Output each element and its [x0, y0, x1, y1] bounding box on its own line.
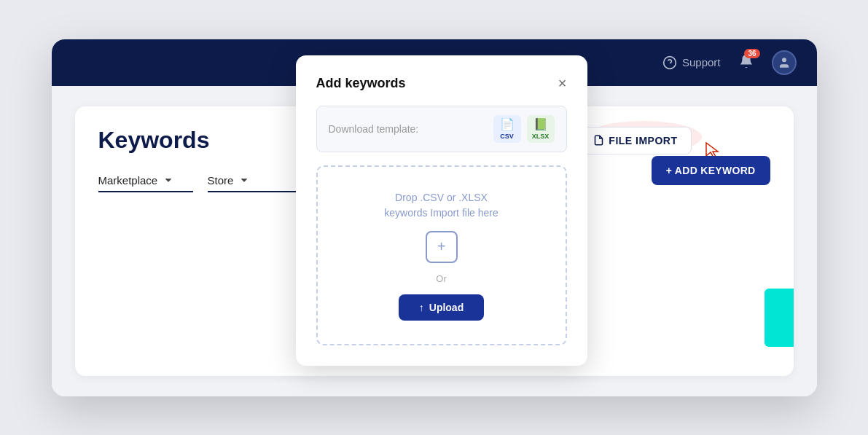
store-dropdown[interactable]: Store — [208, 174, 302, 192]
svg-point-2 — [782, 58, 786, 62]
drop-file-icon: + — [426, 231, 458, 263]
xlsx-template-button[interactable]: 📗 XLSX — [527, 115, 555, 143]
csv-label: CSV — [500, 133, 514, 140]
teal-accent — [765, 289, 794, 347]
template-icons: 📄 CSV 📗 XLSX — [493, 115, 555, 143]
add-keywords-modal: Add keywords × Download template: 📄 CSV … — [296, 55, 587, 366]
download-template-label: Download template: — [329, 123, 419, 135]
csv-template-button[interactable]: 📄 CSV — [493, 115, 521, 143]
support-label: Support — [682, 56, 721, 68]
support-icon — [662, 55, 677, 70]
drop-or-label: Or — [436, 273, 446, 284]
notification-badge: 36 — [744, 49, 759, 58]
drop-line2: keywords Import file here — [384, 205, 498, 221]
modal-header: Add keywords × — [316, 76, 567, 91]
chevron-down-icon — [163, 175, 173, 185]
scene: Support 36 Keywords — [34, 14, 835, 422]
app-window: Support 36 Keywords — [52, 39, 817, 396]
upload-icon: ↑ — [419, 302, 424, 313]
upload-button[interactable]: ↑ Upload — [399, 294, 484, 321]
xlsx-label: XLSX — [532, 133, 550, 140]
drop-line1: Drop .CSV or .XLSX — [384, 190, 498, 205]
marketplace-dropdown[interactable]: Marketplace — [98, 174, 193, 192]
notification-bell[interactable]: 36 — [738, 53, 754, 72]
xlsx-doc-icon: 📗 — [533, 117, 548, 131]
avatar-icon — [778, 56, 791, 69]
add-keyword-button[interactable]: + ADD KEYWORD — [652, 156, 770, 185]
csv-doc-icon: 📄 — [500, 117, 515, 131]
modal-close-button[interactable]: × — [558, 76, 567, 90]
file-import-button[interactable]: FILE IMPORT — [579, 127, 691, 154]
user-avatar[interactable] — [772, 50, 797, 75]
drop-text: Drop .CSV or .XLSX keywords Import file … — [384, 190, 498, 221]
marketplace-label: Marketplace — [98, 174, 158, 187]
modal-title: Add keywords — [316, 76, 406, 91]
file-import-label: FILE IMPORT — [609, 135, 677, 146]
upload-label: Upload — [429, 302, 464, 313]
store-label: Store — [208, 174, 234, 187]
file-import-icon — [593, 135, 604, 146]
add-keyword-label: + ADD KEYWORD — [666, 165, 756, 176]
download-template-row: Download template: 📄 CSV 📗 XLSX — [316, 106, 567, 152]
drop-zone[interactable]: Drop .CSV or .XLSX keywords Import file … — [316, 165, 567, 345]
chevron-down-icon-2 — [239, 175, 249, 185]
support-link[interactable]: Support — [662, 55, 721, 70]
